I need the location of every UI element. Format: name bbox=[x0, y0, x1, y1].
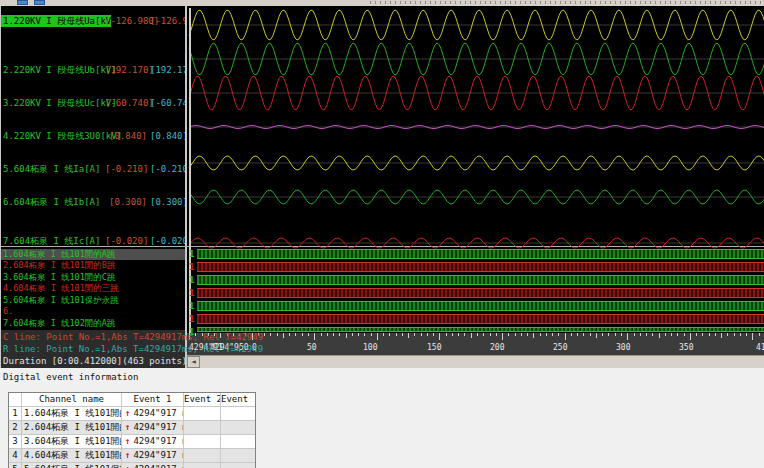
analog-channel-label[interactable]: 3.220KV I 段母线Uc[kV] bbox=[3, 97, 117, 109]
analog-value-2: [-0.210] bbox=[150, 163, 185, 175]
section-title: Digital event information bbox=[3, 372, 138, 382]
analog-channel-row[interactable]: 6.604柘泉 I 线Ib[A][0.300][0.300] bbox=[1, 196, 185, 208]
time-axis-ruler[interactable]: 4294"914294"95005010015020025030035041 bbox=[187, 333, 764, 355]
ruler-tick bbox=[602, 333, 603, 336]
digital-channel-row[interactable]: 4.604柘泉 I 线101開的三跳 bbox=[1, 283, 185, 294]
event1-cell: ↑4294"917 ms bbox=[122, 449, 184, 462]
analog-value-1: [-60.740] bbox=[105, 97, 147, 109]
row-number-cell: 1 bbox=[9, 407, 22, 420]
ruler-tick bbox=[458, 333, 459, 336]
ruler-tick bbox=[427, 333, 428, 336]
oscillography-app-window: 1.220KV I 段母线Ua[kV][-126.980][-126.980]2… bbox=[0, 0, 764, 468]
ruler-tick bbox=[358, 333, 359, 336]
digital-state-bar bbox=[197, 301, 764, 311]
table-row[interactable]: 33.604柘泉 I 线101開的C跳↑4294"917 ms bbox=[9, 434, 255, 448]
ruler-tick bbox=[621, 333, 622, 336]
analog-value-2: [192.170] bbox=[150, 64, 185, 76]
ruler-tick bbox=[446, 333, 447, 336]
analog-channel-label[interactable]: 2.220KV I 段母线Ub[kV] bbox=[3, 64, 117, 76]
ruler-tick bbox=[552, 333, 553, 336]
analog-channel-row[interactable]: 2.220KV I 段母线Ub[kV][192.170][192.170] bbox=[1, 64, 185, 76]
ruler-tick bbox=[421, 333, 422, 336]
analog-value-2: [-60.740] bbox=[150, 97, 185, 109]
rising-edge-icon: ↑ bbox=[125, 464, 130, 468]
ruler-tick bbox=[759, 333, 760, 336]
waveform-plot-area[interactable]: 4294"914294"95005010015020025030035041 ◄… bbox=[187, 6, 764, 368]
digital-channel-row[interactable]: 3.604柘泉 I 线101開的C跳 bbox=[1, 272, 185, 283]
ruler-tick bbox=[709, 333, 710, 336]
analog-channel-row[interactable]: 4.220KV I 段母线3U0[kV][0.840][0.840] bbox=[1, 130, 185, 142]
ruler-tick bbox=[508, 333, 509, 336]
ruler-tick bbox=[640, 333, 641, 336]
digital-channel-row[interactable]: 2.604柘泉 I 线101開的B跳 bbox=[1, 260, 185, 271]
channel-name-header: Channel name bbox=[22, 393, 122, 406]
scrollbar-left-arrow[interactable]: ◄ bbox=[187, 356, 200, 368]
analog-channel-row[interactable]: 1.220KV I 段母线Ua[kV][-126.980][-126.980] bbox=[1, 15, 185, 27]
table-row[interactable]: 44.604柘泉 I 线101開的三跳↑4294"917 ms bbox=[9, 448, 255, 462]
status-readout: C line: Point No.=1,Abs T=4294917ms, Rel… bbox=[1, 330, 185, 368]
ruler-tick bbox=[715, 333, 716, 336]
event2-header: Event 2 bbox=[184, 393, 221, 406]
table-row[interactable]: 22.604柘泉 I 线101開的B跳↑4294"917 ms bbox=[9, 420, 255, 434]
ruler-tick bbox=[333, 333, 334, 336]
analog-channel-row[interactable]: 3.220KV I 段母线Uc[kV][-60.740][-60.740] bbox=[1, 97, 185, 109]
analog-value-1: [-0.210] bbox=[105, 163, 147, 175]
digital-state-value: 1 bbox=[189, 262, 197, 272]
ruler-tick bbox=[264, 333, 265, 336]
toolbar-button-2[interactable] bbox=[34, 0, 45, 5]
ruler-tick bbox=[521, 333, 522, 336]
digital-state-value: 1 bbox=[189, 249, 197, 259]
event3-cell bbox=[221, 435, 254, 448]
digital-channel-row[interactable]: 5.604柘泉 I 线101保护永跳 bbox=[1, 295, 185, 306]
ruler-tick bbox=[702, 333, 703, 336]
digital-channel-label: 5.604柘泉 I 线101保护永跳 bbox=[3, 295, 119, 306]
event2-cell bbox=[184, 407, 221, 420]
ruler-tick bbox=[546, 333, 547, 336]
analog-value-1: [0.300] bbox=[105, 196, 147, 208]
table-row[interactable]: 11.604柘泉 I 线101開的A跳↑4294"917 ms bbox=[9, 406, 255, 420]
analog-channel-label[interactable]: 6.604柘泉 I 线Ib[A] bbox=[3, 196, 100, 208]
digital-channel-label: 1.604柘泉 I 线101開的A跳 bbox=[3, 249, 115, 260]
analog-value-2: [0.840] bbox=[150, 130, 185, 142]
analog-channel-label[interactable]: 1.220KV I 段母线Ua[kV] bbox=[1, 15, 111, 27]
ruler-tick bbox=[327, 333, 328, 336]
digital-state-value: 1 bbox=[189, 275, 197, 285]
ruler-tick bbox=[671, 333, 672, 336]
mini-ruler-ticks bbox=[370, 1, 762, 4]
horizontal-scrollbar[interactable]: ◄ bbox=[187, 355, 764, 368]
ruler-tick bbox=[677, 333, 678, 336]
ruler-tick bbox=[433, 333, 434, 336]
table-row[interactable]: 55.604柘泉 I 线101保护永跳↑4294"917 ms bbox=[9, 462, 255, 468]
digital-channel-label: 3.604柘泉 I 线101開的C跳 bbox=[3, 272, 115, 283]
ruler-tick bbox=[527, 333, 528, 336]
row-number-cell: 5 bbox=[9, 463, 22, 468]
waveform-panel: 1.220KV I 段母线Ua[kV][-126.980][-126.980]2… bbox=[0, 6, 764, 368]
digital-channel-label: 7.604柘泉 I 线102開的A跳 bbox=[3, 318, 115, 329]
analog-channel-row[interactable]: 5.604柘泉 I 线Ia[A][-0.210][-0.210] bbox=[1, 163, 185, 175]
channel-name-cell: 2.604柘泉 I 线101開的B跳 bbox=[22, 421, 122, 434]
ruler-tick bbox=[377, 333, 378, 340]
toolbar-button-1[interactable] bbox=[17, 0, 28, 5]
ruler-tick bbox=[665, 333, 666, 336]
ruler-tick bbox=[346, 333, 347, 338]
ruler-tick bbox=[533, 333, 534, 338]
rising-edge-icon: ↑ bbox=[125, 408, 130, 418]
ruler-tick bbox=[389, 333, 390, 336]
digital-channel-row[interactable]: 6. bbox=[1, 306, 185, 317]
ruler-tick bbox=[314, 333, 315, 340]
digital-channel-row[interactable]: 1.604柘泉 I 线101開的A跳 bbox=[1, 249, 185, 260]
ruler-tick bbox=[583, 333, 584, 336]
ruler-label: 50 bbox=[307, 343, 317, 352]
ruler-tick bbox=[615, 333, 616, 336]
digital-channel-row[interactable]: 7.604柘泉 I 线102開的A跳 bbox=[1, 318, 185, 329]
analog-channel-label[interactable]: 5.604柘泉 I 线Ia[A] bbox=[3, 163, 100, 175]
ruler-tick bbox=[277, 333, 278, 336]
ruler-tick bbox=[727, 333, 728, 336]
ruler-label: 250 bbox=[553, 343, 567, 352]
digital-event-section: Digital event information Channel name E… bbox=[0, 368, 764, 468]
event-table-header: Channel name Event 1 Event 2 Event 3 bbox=[9, 393, 255, 406]
analog-value-2: [-126.980] bbox=[150, 15, 185, 27]
ruler-tick bbox=[321, 333, 322, 336]
ruler-tick bbox=[402, 333, 403, 336]
ruler-tick bbox=[496, 333, 497, 336]
